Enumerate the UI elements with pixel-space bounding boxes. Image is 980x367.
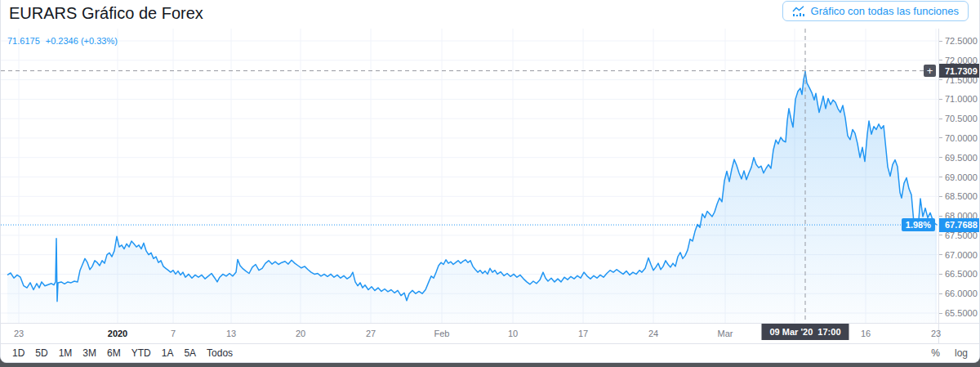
full-featured-chart-button[interactable]: Gráfico con todas las funciones [782, 1, 969, 21]
range-button-1m[interactable]: 1M [59, 347, 73, 359]
time-axis-label: 20 [296, 329, 305, 338]
price-axis-label: 68.5000 [939, 191, 978, 201]
time-axis-label: 2020 [108, 329, 127, 338]
chart-pane[interactable]: 71.6175+0.2346 (+0.33%) + 1.98% 71.7309 … [1, 29, 979, 323]
range-button-1a[interactable]: 1A [162, 347, 174, 359]
tick-mark [939, 79, 942, 80]
time-axis-label: 27 [366, 329, 376, 338]
range-button-6m[interactable]: 6M [107, 347, 121, 359]
widget-header: EURARS Gráfico de Forex Gráfico con toda… [1, 0, 979, 29]
full-featured-chart-button-label: Gráfico con todas las funciones [811, 5, 959, 17]
price-axis-label: 65.5000 [939, 308, 978, 318]
add-alert-plus-icon[interactable]: + [924, 65, 936, 77]
price-axis-label: 66.0000 [939, 289, 978, 298]
tick-mark [939, 254, 942, 255]
price-axis-label: 70.5000 [939, 114, 978, 123]
date-range-buttons: 1D5D1M3M6MYTD1A5ATodos [12, 347, 233, 359]
log-scale-button[interactable]: log [955, 347, 968, 359]
price-axis-label: 67.5000 [939, 230, 978, 240]
time-axis-label: 17 [578, 329, 588, 338]
price-axis-label: 70.0000 [939, 133, 978, 143]
tick-mark [939, 119, 942, 119]
tick-mark [939, 137, 942, 138]
tick-mark [939, 177, 942, 177]
price-axis[interactable]: 71.7309 67.7688 72.500072.000071.500071.… [938, 29, 979, 323]
range-button-1d[interactable]: 1D [12, 347, 24, 359]
range-button-5a[interactable]: 5A [184, 347, 196, 359]
tick-mark [939, 196, 942, 197]
price-axis-label: 67.0000 [939, 250, 978, 260]
time-axis-label: 16 [861, 329, 871, 338]
tick-mark [939, 235, 942, 235]
time-axis-label: 23 [931, 329, 941, 338]
range-button-5d[interactable]: 5D [35, 347, 47, 359]
price-axis-label: 69.5000 [939, 153, 978, 163]
tick-mark [939, 41, 942, 42]
time-axis-label: Feb [434, 329, 450, 338]
area-chart-icon [792, 6, 805, 17]
scale-buttons: % log [931, 347, 968, 359]
time-axis[interactable]: 09 Mar '20 17:00 2320207132027Feb101724M… [1, 323, 979, 343]
time-axis-label: 13 [226, 329, 236, 338]
chart-toolbar: 1D5D1M3M6MYTD1A5ATodos % log [1, 343, 979, 362]
percent-change-badge: 1.98% [902, 218, 935, 231]
time-axis-label: 7 [171, 329, 176, 338]
page-background: EURARS Gráfico de Forex Gráfico con toda… [0, 0, 980, 367]
tick-mark [939, 293, 942, 294]
time-axis-label: 24 [648, 329, 658, 338]
price-axis-label: 66.5000 [939, 269, 978, 279]
range-button-3m[interactable]: 3M [82, 347, 96, 359]
price-area-chart[interactable] [1, 29, 938, 323]
page-title: EURARS Gráfico de Forex [9, 4, 203, 23]
range-button-ytd[interactable]: YTD [131, 347, 151, 359]
price-axis-label: 69.0000 [939, 172, 978, 182]
price-axis-label: 71.0000 [939, 94, 978, 104]
tick-mark [939, 313, 942, 314]
tick-mark [939, 99, 942, 100]
tick-mark [939, 274, 942, 275]
chart-legend: 71.6175+0.2346 (+0.33%) [7, 36, 118, 46]
plus-icon: + [927, 65, 933, 76]
tick-mark [939, 60, 942, 60]
forex-chart-widget: EURARS Gráfico de Forex Gráfico con toda… [0, 0, 980, 363]
tick-mark [939, 216, 942, 217]
range-button-todos[interactable]: Todos [207, 347, 233, 359]
price-axis-label: 72.5000 [939, 36, 978, 46]
current-price-badge: 67.7688 [939, 218, 980, 232]
tick-mark [939, 157, 942, 158]
crosshair-price-badge: 71.7309 [939, 64, 980, 78]
time-axis-label: 10 [508, 329, 518, 338]
legend-change: +0.2346 (+0.33%) [46, 36, 118, 46]
percent-scale-button[interactable]: % [931, 347, 940, 359]
crosshair-time-badge: 09 Mar '20 17:00 [761, 324, 849, 340]
time-axis-label: 23 [14, 329, 24, 338]
time-axis-label: Mar [718, 329, 733, 338]
legend-last-price: 71.6175 [7, 36, 40, 46]
